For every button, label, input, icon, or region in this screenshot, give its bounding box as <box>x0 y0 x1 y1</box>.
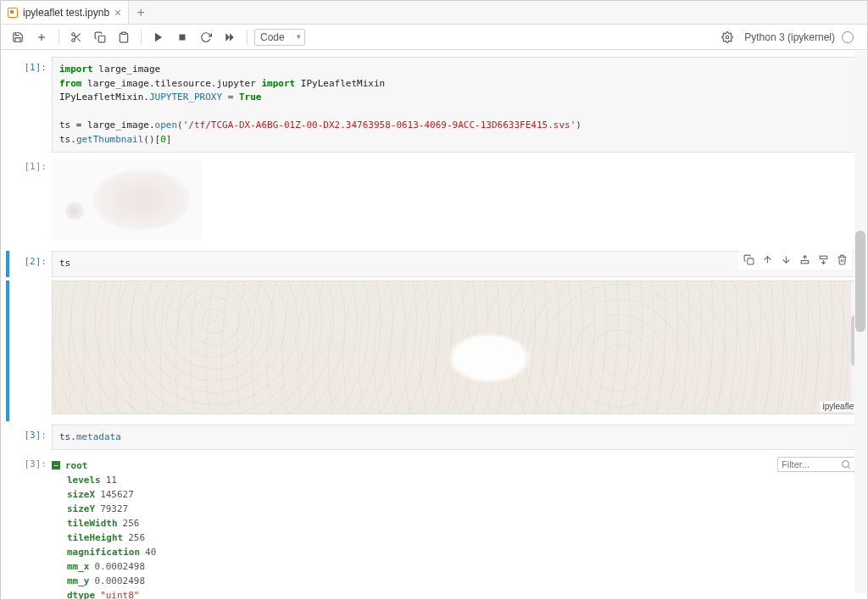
notebook-tab[interactable]: ipyleaflet test.ipynb × <box>1 1 129 24</box>
svg-marker-9 <box>155 32 162 42</box>
run-button[interactable] <box>148 27 169 47</box>
svg-marker-12 <box>230 33 234 41</box>
notebook-area: [1]: import large_image from large_image… <box>1 50 867 599</box>
save-button[interactable] <box>8 27 28 47</box>
thumbnail-image <box>52 159 203 241</box>
json-entry: levels11 <box>67 473 862 487</box>
toolbar: Code Python 3 (ipykernel) <box>1 25 867 50</box>
stop-button[interactable] <box>172 27 192 47</box>
svg-rect-19 <box>820 256 827 258</box>
restart-button[interactable] <box>196 27 216 47</box>
output-cell: [3]: −root levels11sizeX145627sizeY79327… <box>6 453 862 599</box>
collapse-icon[interactable]: − <box>52 461 60 469</box>
copy-button[interactable] <box>90 27 110 47</box>
in-prompt: [3]: <box>9 425 52 451</box>
add-cell-button[interactable] <box>31 27 52 47</box>
json-entry: tileHeight256 <box>67 531 862 545</box>
json-tree: −root levels11sizeX145627sizeY79327tileW… <box>52 457 862 599</box>
out-prompt: [1]: <box>9 156 52 247</box>
close-icon[interactable]: × <box>114 6 121 19</box>
cell-toolbar <box>738 249 852 269</box>
svg-line-5 <box>77 38 80 41</box>
cell-type-select[interactable]: Code <box>254 29 305 46</box>
cell-type-label: Code <box>260 31 285 43</box>
json-entry: magnification40 <box>67 545 862 559</box>
notebook-icon <box>8 8 18 18</box>
ipyleaflet-map[interactable]: ipyleaflet <box>52 281 862 414</box>
in-prompt: [1]: <box>9 57 52 153</box>
output-cell: ipyleaflet <box>6 281 862 421</box>
svg-rect-17 <box>801 260 809 263</box>
divider <box>141 30 142 45</box>
json-root[interactable]: −root <box>52 458 862 473</box>
kernel-name[interactable]: Python 3 (ipykernel) <box>744 31 835 43</box>
delete-icon[interactable] <box>833 251 850 268</box>
svg-point-2 <box>72 32 75 36</box>
paste-button[interactable] <box>114 27 134 47</box>
out-prompt <box>9 281 52 421</box>
tab-title: ipyleaflet test.ipynb <box>23 7 109 19</box>
code-input[interactable]: import large_image from large_image.tile… <box>52 57 862 153</box>
json-entry: sizeY79327 <box>67 502 862 516</box>
main-scrollbar[interactable] <box>854 51 866 593</box>
filter-field[interactable] <box>782 459 841 469</box>
svg-point-13 <box>726 36 730 39</box>
code-cell[interactable]: [2]: ts <box>6 251 862 277</box>
svg-rect-14 <box>747 258 753 264</box>
tab-bar: ipyleaflet test.ipynb × + <box>1 1 867 25</box>
output-cell: [1]: <box>6 156 862 247</box>
in-prompt: [2]: <box>9 251 52 277</box>
svg-line-22 <box>848 466 849 468</box>
json-entry: mm_y0.0002498 <box>67 574 862 588</box>
divider <box>58 30 59 45</box>
json-entry: sizeX145627 <box>67 487 862 502</box>
add-tab-button[interactable]: + <box>129 1 153 24</box>
svg-rect-10 <box>180 34 186 40</box>
insert-below-icon[interactable] <box>815 251 832 268</box>
svg-rect-7 <box>98 36 105 42</box>
move-up-icon[interactable] <box>759 251 776 268</box>
svg-marker-11 <box>225 33 230 41</box>
svg-line-6 <box>75 35 76 36</box>
settings-icon[interactable] <box>717 27 737 47</box>
code-cell[interactable]: [3]: ts.metadata <box>6 425 862 451</box>
filter-input[interactable] <box>777 457 855 472</box>
json-entry: mm_x0.0002498 <box>67 559 862 574</box>
move-down-icon[interactable] <box>777 251 794 268</box>
duplicate-icon[interactable] <box>740 251 757 268</box>
code-cell[interactable]: [1]: import large_image from large_image… <box>6 57 862 153</box>
cut-button[interactable] <box>66 27 86 47</box>
code-input[interactable]: ts.metadata <box>52 425 862 451</box>
svg-point-21 <box>843 461 849 468</box>
insert-above-icon[interactable] <box>796 251 813 268</box>
json-entry: tileWidth256 <box>67 516 862 531</box>
svg-rect-8 <box>122 32 126 34</box>
search-icon <box>841 459 851 469</box>
kernel-status-icon[interactable] <box>842 31 854 43</box>
out-prompt: [3]: <box>9 453 52 599</box>
svg-point-3 <box>72 38 75 42</box>
divider <box>247 30 248 45</box>
run-all-button[interactable] <box>220 27 240 47</box>
json-entry: dtype"uint8" <box>67 588 862 599</box>
